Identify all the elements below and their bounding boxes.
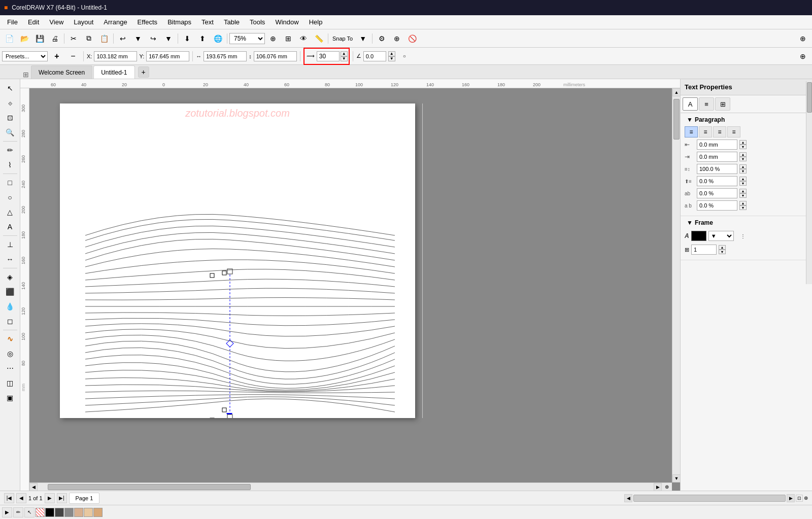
- indent-right-down[interactable]: ▼: [739, 157, 747, 161]
- parallel-dim-tool[interactable]: ⊥: [2, 237, 18, 252]
- panel-scroll-thumb[interactable]: [807, 82, 812, 113]
- more-btn[interactable]: ⊕: [390, 32, 404, 45]
- columns-spinner[interactable]: ▲ ▼: [719, 245, 726, 254]
- char-spacing-input[interactable]: [697, 188, 737, 198]
- open-btn[interactable]: 📂: [17, 32, 31, 45]
- before-para-up[interactable]: ▲: [739, 177, 747, 181]
- canvas[interactable]: zotutorial.blogspot.com: [29, 88, 680, 491]
- smart-fill-tool[interactable]: ⬛: [2, 285, 18, 299]
- panel-tab-frame[interactable]: ⊞: [715, 97, 730, 111]
- h-scroll-thumb[interactable]: [48, 484, 251, 490]
- angle-down[interactable]: ▼: [388, 56, 395, 61]
- undo-dropdown[interactable]: ▼: [131, 32, 145, 45]
- align-center-btn[interactable]: ≡: [699, 126, 712, 137]
- zoom-page-btn[interactable]: ⊕: [804, 495, 808, 501]
- line-spacing-spinner[interactable]: ▲ ▼: [739, 164, 747, 174]
- zoom-tool[interactable]: 🔍: [2, 125, 18, 140]
- panel-tab-paragraph[interactable]: ≡: [699, 97, 714, 111]
- word-spacing-down[interactable]: ▼: [739, 205, 747, 210]
- menu-bitmaps[interactable]: Bitmaps: [162, 16, 196, 28]
- distort-tool[interactable]: ⋯: [2, 361, 18, 375]
- redo-btn[interactable]: ↪: [146, 32, 160, 45]
- tab-welcome-screen[interactable]: Welcome Screen: [31, 65, 92, 79]
- pen-btn[interactable]: ✏: [13, 507, 23, 517]
- word-spacing-input[interactable]: [697, 200, 737, 211]
- freehand-tool[interactable]: ✏: [2, 143, 18, 157]
- more-props-btn[interactable]: ⊕: [796, 50, 810, 63]
- zoom-select[interactable]: 75% 50% 100% 150% 200%: [229, 33, 265, 44]
- zoom-fit-btn[interactable]: ⊕: [266, 32, 280, 45]
- v-scrollbar[interactable]: ▲ ▼: [672, 88, 680, 482]
- menu-tools[interactable]: Tools: [245, 16, 270, 28]
- blend-steps-up[interactable]: ▲: [341, 51, 348, 56]
- before-para-down[interactable]: ▼: [739, 181, 747, 186]
- save-btn[interactable]: 💾: [32, 32, 47, 45]
- play-btn[interactable]: ▶: [2, 507, 12, 517]
- color-swatch-tan[interactable]: [93, 508, 103, 517]
- import-btn[interactable]: ⬇: [180, 32, 194, 45]
- shadow-tool[interactable]: ◫: [2, 376, 18, 390]
- menu-arrange[interactable]: Arrange: [98, 16, 132, 28]
- menu-table[interactable]: Table: [219, 16, 245, 28]
- menu-layout[interactable]: Layout: [69, 16, 98, 28]
- color-swatch-gray[interactable]: [64, 508, 74, 517]
- paste-btn[interactable]: 📋: [97, 32, 111, 45]
- next-page-btn[interactable]: ▶: [45, 493, 55, 503]
- presets-dropdown[interactable]: Presets...: [2, 51, 48, 61]
- rect-tool[interactable]: □: [2, 176, 18, 190]
- transparency-tool[interactable]: ▣: [2, 391, 18, 405]
- connector-tool[interactable]: ↔: [2, 252, 18, 266]
- color-swatch-black[interactable]: [45, 508, 54, 517]
- crop-tool[interactable]: ⊡: [2, 111, 18, 125]
- indent-right-input[interactable]: [697, 152, 737, 162]
- prev-page-btn[interactable]: ◀: [16, 493, 26, 503]
- panel-scrollbar[interactable]: [806, 81, 812, 284]
- add-right-btn[interactable]: ⊕: [796, 32, 810, 45]
- color-swatch-dark[interactable]: [55, 508, 64, 517]
- h-scrollbar[interactable]: ◀ ▶ ⊕: [29, 482, 672, 491]
- cursor-btn[interactable]: ↖: [24, 507, 35, 517]
- export-btn[interactable]: ⬆: [195, 32, 210, 45]
- contour-tool[interactable]: ◎: [2, 347, 18, 361]
- columns-up[interactable]: ▲: [719, 245, 726, 250]
- remove-preset-btn[interactable]: −: [66, 50, 80, 63]
- align-right-btn[interactable]: ≡: [713, 126, 726, 137]
- snap-dropdown[interactable]: ▼: [356, 32, 370, 45]
- frame-color-options[interactable]: ⋮: [736, 229, 750, 243]
- first-page-btn[interactable]: |◀: [4, 493, 14, 503]
- smart-draw-tool[interactable]: ⌇: [2, 158, 18, 172]
- indent-left-input[interactable]: [697, 140, 737, 150]
- color-swatch-light[interactable]: [74, 508, 83, 517]
- h-scroll-bottom[interactable]: [633, 495, 786, 502]
- redo-dropdown[interactable]: ▼: [161, 32, 176, 45]
- indent-left-down[interactable]: ▼: [739, 145, 747, 149]
- panel-tab-character[interactable]: A: [683, 97, 698, 111]
- page-tab-1[interactable]: Page 1: [69, 493, 100, 504]
- char-spacing-down[interactable]: ▼: [739, 193, 747, 198]
- before-para-spinner[interactable]: ▲ ▼: [739, 177, 747, 186]
- color-swatch-cream[interactable]: [84, 508, 93, 517]
- color-swatch-none[interactable]: [36, 508, 45, 517]
- v-scroll-down[interactable]: ▼: [672, 474, 680, 482]
- menu-help[interactable]: Help: [304, 16, 328, 28]
- menu-file[interactable]: File: [2, 16, 23, 28]
- frame-section-header[interactable]: ▼ Frame: [685, 219, 808, 226]
- menu-view[interactable]: View: [44, 16, 69, 28]
- polygon-tool[interactable]: △: [2, 205, 18, 219]
- view-eye-btn[interactable]: 👁: [296, 32, 311, 45]
- align-justify-btn[interactable]: ≡: [727, 126, 740, 137]
- indent-right-up[interactable]: ▲: [739, 152, 747, 157]
- blend-tool[interactable]: ∿: [2, 332, 18, 346]
- line-spacing-input[interactable]: [697, 164, 737, 174]
- menu-text[interactable]: Text: [196, 16, 219, 28]
- cut-btn[interactable]: ✂: [66, 32, 81, 45]
- ellipse-tool[interactable]: ○: [2, 190, 18, 204]
- scroll-right-bottom[interactable]: ▶: [787, 494, 795, 502]
- add-tab-btn[interactable]: +: [138, 66, 149, 78]
- blend-steps-down[interactable]: ▼: [341, 56, 348, 61]
- w-input[interactable]: [204, 51, 247, 61]
- columns-down[interactable]: ▼: [719, 250, 726, 254]
- angle-spinner[interactable]: ▲ ▼: [388, 51, 395, 61]
- interactive-fill-tool[interactable]: ◈: [2, 270, 18, 284]
- eraser-tool[interactable]: ◻: [2, 314, 18, 328]
